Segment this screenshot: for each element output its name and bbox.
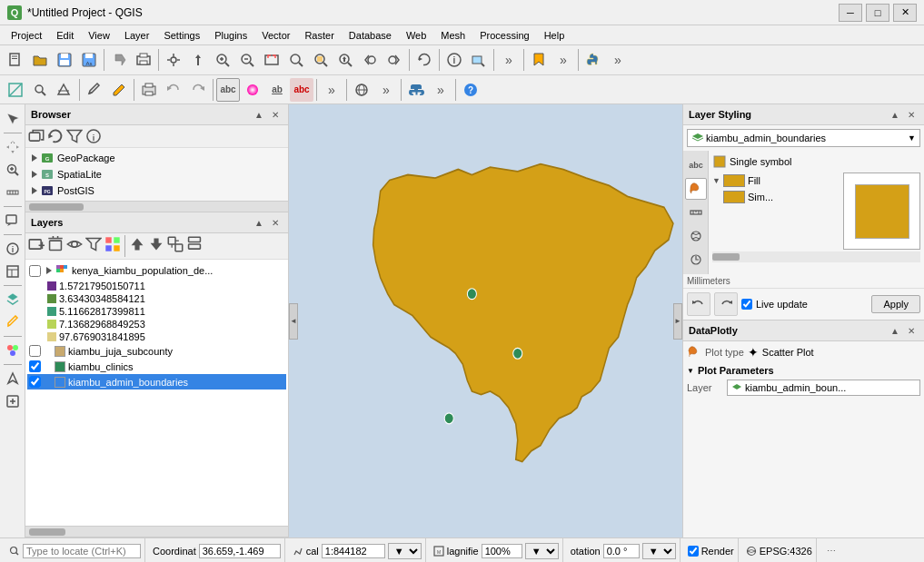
dataplotly-close-button[interactable]: ✕ [904,323,919,338]
dataplotly-toggle-button[interactable]: ▲ [888,323,902,338]
layer-checkbox-juja[interactable] [29,345,41,357]
magnify-dropdown[interactable]: ▼ [525,543,559,559]
zoom-out-button[interactable] [235,48,259,72]
close-button[interactable]: ✕ [893,4,917,22]
revert-button[interactable] [107,48,131,72]
python2-button[interactable] [404,78,428,102]
locate-input[interactable] [23,544,141,558]
plot-params-expand-icon[interactable]: ▼ [687,367,694,375]
label-button3[interactable]: abc [290,78,313,102]
new-project-button[interactable] [4,48,27,72]
layer-checkbox-boundaries[interactable] [29,376,41,388]
rotation-dropdown[interactable]: ▼ [642,543,676,559]
browser-add-button[interactable] [27,127,45,145]
menu-processing[interactable]: Processing [472,28,536,43]
open-project-button[interactable] [28,48,52,72]
population-expand-icon[interactable] [44,265,55,276]
style-tab-ruler[interactable] [685,202,707,223]
layers-add-button[interactable] [27,235,45,253]
more-ltb-button[interactable] [2,390,24,412]
rotation-input[interactable] [603,544,640,558]
plot-layer-value-container[interactable]: kiambu_admin_boun... [727,380,920,396]
zoom-layer-button[interactable] [284,48,308,72]
settings-more-button[interactable]: » [606,48,630,72]
scale-input[interactable] [322,544,385,558]
pan-tool-button[interactable] [162,48,185,72]
spatialite-expand-icon[interactable] [29,169,40,180]
label-button2[interactable]: ab [265,78,289,102]
magnify-input[interactable] [482,544,522,558]
styling-toggle-button[interactable]: ▲ [888,107,902,122]
pan-ltb-button[interactable] [2,136,24,158]
layer-checkbox-clinics[interactable] [29,360,41,372]
styling-layer-dropdown-arrow[interactable]: ▼ [908,133,916,143]
print-button[interactable] [137,78,161,102]
redo-button[interactable] [186,78,210,102]
attribute-ltb-button[interactable] [2,261,24,282]
select-tool-button[interactable] [2,108,24,130]
geopackage-expand-icon[interactable] [29,153,40,163]
styling-close-button[interactable]: ✕ [904,107,919,122]
browser-close-button[interactable]: ✕ [268,107,283,122]
maximize-button[interactable]: □ [866,4,889,22]
pan-selection-button[interactable] [333,48,357,72]
globe-button[interactable] [350,78,373,102]
layers-down-button[interactable] [147,235,165,253]
add-layer-ltb-button[interactable] [2,289,24,311]
layer-item-boundaries[interactable]: kiambu_admin_boundaries [27,374,286,389]
more2-button[interactable]: » [551,48,575,72]
symbol-fill-row[interactable]: ▼ Fill [712,173,840,189]
browser-item-geopackage[interactable]: G GeoPackage [27,150,286,166]
map-area[interactable]: ◄ ► [289,104,683,537]
tools3-button[interactable] [53,78,76,102]
layers-visibility-button[interactable] [65,235,84,253]
layers-filter-button[interactable] [84,235,103,253]
save-as-button[interactable]: As [77,48,101,72]
more-tools-button[interactable]: » [497,48,521,72]
juja-expand-icon[interactable] [44,346,55,357]
edit-button[interactable] [83,78,106,102]
menu-project[interactable]: Project [4,28,49,43]
menu-mesh[interactable]: Mesh [433,28,472,43]
layer-checkbox-population[interactable] [29,265,41,277]
zoom-previous-button[interactable] [358,48,382,72]
symbol-simplefill-row[interactable]: Sim... [712,189,840,205]
style-tab-filter[interactable] [685,225,707,247]
minimize-button[interactable]: ─ [839,4,862,22]
scale-dropdown[interactable]: ▼ [388,543,422,559]
layers-group-button[interactable] [166,235,184,253]
menu-layer[interactable]: Layer [117,28,157,43]
select-features-button[interactable] [467,48,491,72]
annotation-ltb-button[interactable] [2,210,24,232]
browser-hscrollbar[interactable] [25,201,288,212]
menu-plugins[interactable]: Plugins [207,28,254,43]
browser-item-postgis[interactable]: PG PostGIS [27,182,286,199]
save-project-button[interactable] [53,48,76,72]
spatial-bookmarks-button[interactable] [527,48,551,72]
zoom-in-button[interactable] [211,48,234,72]
zoom-next-button[interactable] [383,48,406,72]
style-tab-abc[interactable]: abc [685,154,707,176]
layer-item-population[interactable]: kenya_kiambu_population_de... [27,261,286,280]
browser-filter-button[interactable] [65,127,84,145]
pencil-button[interactable] [107,78,131,102]
boundaries-expand-icon[interactable] [44,377,55,388]
apply-button[interactable]: Apply [871,295,920,313]
print-composer-button[interactable] [132,48,155,72]
edit-ltb-button[interactable] [2,311,24,333]
search-button[interactable] [28,78,52,102]
identify-button[interactable]: i [442,48,466,72]
layers-hscrollbar[interactable] [25,526,288,537]
python-button[interactable] [581,48,605,72]
digitize2-ltb-button[interactable] [2,368,24,389]
more3-button[interactable]: » [320,78,343,102]
layers-hscrollbar-thumb[interactable] [29,528,65,536]
undo-style-button[interactable] [687,292,710,316]
menu-help[interactable]: Help [537,28,572,43]
style-tab-paint[interactable] [685,178,707,200]
fill-expand-icon[interactable]: ▼ [712,176,720,185]
layers-up-button[interactable] [128,235,146,253]
status-more-button[interactable]: ⋯ [824,544,839,558]
zoom-full-button[interactable] [260,48,283,72]
styling-layer-dropdown-container[interactable]: kiambu_admin_boundaries ▼ [687,129,920,147]
